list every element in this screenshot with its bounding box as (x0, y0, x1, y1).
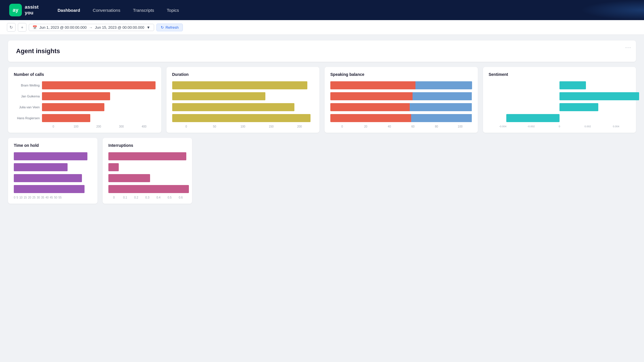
refresh-icon: ↻ (161, 25, 164, 30)
calendar-icon: 📅 (32, 25, 37, 30)
logo-icon: ay (9, 4, 22, 16)
logo[interactable]: ay assist you (9, 4, 39, 16)
insights-header: Agent insights ··· (8, 41, 636, 62)
nav-topics[interactable]: Topics (162, 5, 184, 15)
logo-text: assist you (25, 4, 39, 16)
sentiment-chart: -0.004-0.00200.0020.004 (489, 81, 630, 128)
date-end: Jun 15, 2023 @ 00:00:00.000 (95, 25, 144, 30)
charts-row-1: Number of calls Bram Welling Jan Guikema… (8, 67, 636, 133)
nav-conversations[interactable]: Conversations (88, 5, 126, 15)
interruptions-card: Interruptions 00.10.20.30.40.50.6 (103, 138, 192, 204)
sentiment-card: Sentiment -0.004-0.00200.0020.004 (483, 67, 636, 133)
arrow-icon: → (89, 25, 93, 30)
num-calls-chart: Bram Welling Jan Guikema Julia van Veen … (14, 81, 156, 128)
duration-chart: 050100150200 (172, 81, 314, 128)
more-options-button[interactable]: ··· (625, 45, 631, 51)
nav-dashboard[interactable]: Dashboard (52, 5, 85, 15)
num-calls-title: Number of calls (14, 72, 156, 77)
time-on-hold-chart: 0510152025303540455055 (14, 152, 92, 199)
add-button[interactable]: + (18, 23, 26, 32)
charts-row-2: Time on hold 0510152025303540455055 Inte… (8, 138, 192, 204)
speaking-card: Speaking balance 020406080100 (325, 67, 478, 133)
num-calls-card: Number of calls Bram Welling Jan Guikema… (8, 67, 161, 133)
toolbar: ↻ + 📅 Jun 1, 2023 @ 00:00:00.000 → Jun 1… (0, 20, 644, 35)
speaking-chart: 020406080100 (330, 81, 472, 128)
interruptions-chart: 00.10.20.30.40.50.6 (108, 152, 186, 199)
duration-card: Duration 050100150200 (166, 67, 320, 133)
page-title: Agent insights (16, 47, 628, 55)
duration-title: Duration (172, 72, 314, 77)
time-on-hold-card: Time on hold 0510152025303540455055 (8, 138, 97, 204)
sentiment-title: Sentiment (489, 72, 630, 77)
speaking-title: Speaking balance (330, 72, 472, 77)
interruptions-title: Interruptions (108, 143, 186, 148)
nav-transcripts[interactable]: Transcripts (128, 5, 159, 15)
main-content: Agent insights ··· Number of calls Bram … (0, 35, 644, 209)
date-start: Jun 1, 2023 @ 00:00:00.000 (39, 25, 87, 30)
refresh-button[interactable]: ↻ Refresh (156, 24, 183, 31)
back-button[interactable]: ↻ (7, 23, 16, 32)
navbar: ay assist you Dashboard Conversations Tr… (0, 0, 644, 20)
time-on-hold-title: Time on hold (14, 143, 92, 148)
date-range-picker[interactable]: 📅 Jun 1, 2023 @ 00:00:00.000 → Jun 15, 2… (29, 24, 154, 31)
nav-links: Dashboard Conversations Transcripts Topi… (52, 5, 184, 15)
chevron-down-icon: ▼ (147, 25, 150, 30)
